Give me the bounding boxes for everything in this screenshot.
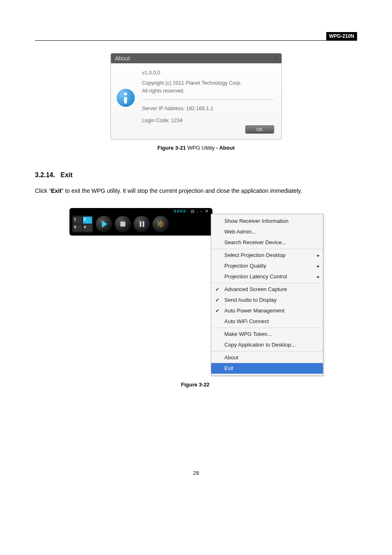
about-version: v1.0.0.0 xyxy=(142,69,274,77)
menu-copy-application[interactable]: Copy Application to Desktop... xyxy=(211,340,323,350)
about-titlebar: About ✕ xyxy=(111,53,281,63)
settings-button[interactable] xyxy=(152,216,169,232)
menu-search-receiver[interactable]: Search Receiver Device... xyxy=(211,237,323,248)
section-heading: 3.2.14. Exit xyxy=(35,171,357,179)
close-icon[interactable]: ✕ xyxy=(273,55,278,62)
player-figure: 8888 ▤ | – ✕ 1 2 3 4 xyxy=(69,208,323,377)
figure-caption-2: Figure 3-22 xyxy=(35,382,357,388)
svg-point-0 xyxy=(159,222,162,225)
info-icon xyxy=(117,89,135,107)
menu-projection-latency[interactable]: Projection Latency Control xyxy=(211,271,323,282)
about-login-code: Login Code: 1234 xyxy=(142,117,274,125)
product-tag: WPG-210N xyxy=(326,32,357,40)
menu-auto-wifi-connect[interactable]: Auto WiFi Connect xyxy=(211,316,323,327)
menu-exit[interactable]: Exit xyxy=(211,363,323,374)
play-button[interactable] xyxy=(96,216,112,232)
menu-make-wpg-token[interactable]: Make WPG Token... xyxy=(211,329,323,340)
quadrant-2[interactable]: 2 xyxy=(83,217,92,224)
figure-caption-1: Figure 3-21 WPG Utility - About xyxy=(35,145,357,151)
menu-about[interactable]: About xyxy=(211,352,323,363)
player-bar: 8888 ▤ | – ✕ 1 2 3 4 xyxy=(69,208,212,236)
quadrant-1[interactable]: 1 xyxy=(73,217,82,224)
about-copyright-2: All rights reserved. xyxy=(142,87,274,95)
menu-auto-power-mgmt[interactable]: Auto Power Management xyxy=(211,305,323,316)
about-server-ip: Server IP Address: 192.168.1.1 xyxy=(142,105,274,113)
menu-projection-quality[interactable]: Projection Quality xyxy=(211,261,323,271)
menu-web-admin[interactable]: Web Admin... xyxy=(211,227,323,237)
svg-line-5 xyxy=(158,221,159,222)
about-title-text: About xyxy=(115,55,130,62)
context-menu: Show Receiver Information Web Admin... S… xyxy=(211,214,323,376)
split-screen-selector[interactable]: 1 2 3 4 xyxy=(72,215,93,233)
svg-line-8 xyxy=(158,226,159,227)
close-window-icon[interactable]: ✕ xyxy=(205,209,208,214)
gear-icon xyxy=(157,220,165,228)
about-copyright-1: Copyright (c) 2011 Planet Technology Cor… xyxy=(142,79,274,87)
menu-select-projection-desktop[interactable]: Select Projection Desktop xyxy=(211,250,323,261)
quadrant-4[interactable]: 4 xyxy=(83,224,92,231)
section-body: Click “Exit” to exit the WPG utility. It… xyxy=(35,186,357,195)
page-number: 29 xyxy=(35,470,357,476)
menu-show-receiver-info[interactable]: Show Receiver Information xyxy=(211,216,323,227)
stop-button[interactable] xyxy=(115,216,131,232)
svg-line-6 xyxy=(163,226,164,227)
menu-icon[interactable]: ▤ xyxy=(191,209,194,214)
minimize-icon[interactable]: – xyxy=(200,209,203,214)
login-code-display: 8888 xyxy=(174,209,186,214)
header-rule xyxy=(35,40,357,41)
about-dialog: About ✕ v1.0.0.0 Copyright (c) 2011 Plan… xyxy=(111,53,282,140)
quadrant-3[interactable]: 3 xyxy=(73,224,82,231)
pause-button[interactable] xyxy=(134,216,150,232)
svg-line-7 xyxy=(163,221,164,222)
menu-send-audio[interactable]: Send Audio to Display xyxy=(211,295,323,305)
ok-button[interactable]: OK xyxy=(245,125,274,134)
menu-advanced-screen-capture[interactable]: Advanced Screen Capture xyxy=(211,284,323,295)
